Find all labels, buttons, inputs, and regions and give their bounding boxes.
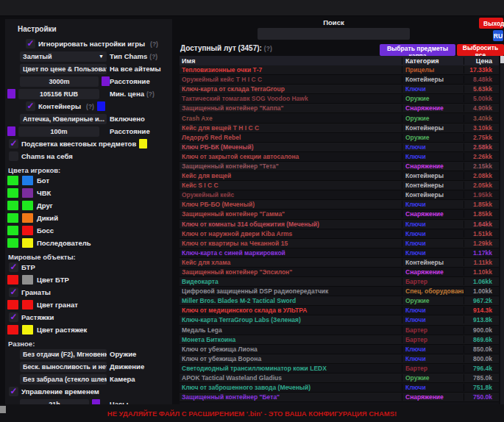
table-row[interactable]: Кейс для хлама Контейнеры 1.11kk: [180, 258, 499, 268]
color-swatch[interactable]: [22, 300, 33, 310]
table-row[interactable]: Защищенный контейнер "Бета" Снаряжение 7…: [180, 393, 499, 402]
color-swatch[interactable]: [22, 176, 33, 185]
table-row[interactable]: Монета Биткоина Бартер 869.6k: [180, 335, 499, 345]
table-scrollbar[interactable]: [500, 56, 504, 404]
table-row[interactable]: Оружейный кейс Контейнеры 1.95kk: [180, 190, 499, 200]
checkbox[interactable]: ✓: [26, 39, 35, 49]
world-objects-title: Мировые объекты:: [7, 249, 169, 261]
checkbox[interactable]: ✓: [9, 139, 18, 149]
color-picker-swatch[interactable]: [7, 126, 15, 136]
select-kappa-items-button[interactable]: Выбрать предметы каппа: [380, 44, 455, 56]
table-row[interactable]: Цифровой защищенный DSP радиопередатчик …: [180, 287, 499, 296]
color-picker-swatch[interactable]: [7, 89, 15, 99]
table-row[interactable]: Ключ РБ-БО (Меченый) Ключи 1.85kk: [180, 200, 499, 210]
item-price: 1.29kk: [464, 240, 499, 247]
color-picker-swatch[interactable]: [102, 76, 110, 86]
table-row[interactable]: Тепловизионные очки Т-7 Прицелы 17.33kk: [180, 65, 499, 75]
table-row[interactable]: Ключ РБ-БК (Меченый) Ключи 2.58kk: [180, 143, 499, 152]
table-row[interactable]: Ключ-карта с синей маркировкой Ключи 1.1…: [180, 248, 499, 258]
table-row[interactable]: Ключ от убежища Лиона Ключи 850.0k: [180, 345, 499, 354]
color-swatch[interactable]: [22, 213, 33, 223]
table-row[interactable]: Ключ от убежища Ворона Ключи 800.0k: [180, 354, 499, 364]
table-row[interactable]: Ключ от заброшенного завода (Меченый) Кл…: [180, 383, 499, 393]
color-swatch[interactable]: [7, 213, 18, 223]
color-row-label: Дикий: [37, 214, 58, 222]
color-swatch[interactable]: [7, 176, 18, 185]
color-swatch[interactable]: [22, 188, 33, 198]
checkbox[interactable]: ✓: [9, 387, 18, 396]
table-row[interactable]: Ключ от закрытой секции автосалона Ключи…: [180, 152, 499, 162]
column-header-name[interactable]: Имя: [180, 57, 402, 65]
item-category: Ключи: [402, 346, 464, 353]
checkbox[interactable]: ✓: [9, 287, 18, 297]
scrollbar-fragment[interactable]: [0, 406, 6, 413]
color-swatch[interactable]: [7, 325, 18, 335]
weapon-dropdown[interactable]: Без отдачи (F2), Мгновенное п ▼: [20, 349, 107, 360]
drop-all-button[interactable]: Выбросить все: [457, 44, 504, 56]
table-row[interactable]: Ключ от наружной двери Kiba Arms Ключи 1…: [180, 229, 499, 239]
table-row[interactable]: Защищенный контейнер "Тета" Снаряжение 2…: [180, 162, 499, 171]
column-header-price[interactable]: Цена: [464, 57, 499, 65]
color-swatch[interactable]: [22, 325, 33, 335]
included-dropdown[interactable]: Аптечка, Ювелирные и... ▼: [20, 114, 107, 124]
checkbox[interactable]: ✓: [26, 101, 35, 111]
hint-icon[interactable]: (?): [264, 45, 272, 52]
table-row[interactable]: Медаль Lega Бартер 900.0k: [180, 326, 499, 335]
table-row[interactable]: Тактический томагавк SOG Voodoo Hawk Ору…: [180, 94, 499, 104]
color-swatch[interactable]: [7, 300, 18, 310]
table-row[interactable]: Защищенный контейнер "Эпсилон" Снаряжени…: [180, 268, 499, 277]
table-row[interactable]: Оружейный кейс T H I C C Контейнеры 8.48…: [180, 75, 499, 85]
table-row[interactable]: Светодиодный трансиллюминатор кожи LEDX …: [180, 364, 499, 373]
color-swatch[interactable]: [22, 275, 33, 285]
table-row[interactable]: Защищенный контейнер "Каппа" Снаряжение …: [180, 104, 499, 113]
checkbox[interactable]: [9, 151, 18, 161]
table-row[interactable]: Ключ-карта от склада TerraGroup Ключи 5.…: [180, 85, 499, 94]
table-row[interactable]: Кейс для вещей Контейнеры 2.08kk: [180, 171, 499, 181]
color-picker-swatch[interactable]: [139, 139, 147, 149]
distance-input[interactable]: 3000m: [20, 76, 99, 87]
hint-icon[interactable]: (?): [149, 53, 157, 60]
table-row[interactable]: Ключ от квартиры на Чеканной 15 Ключи 1.…: [180, 239, 499, 248]
language-button[interactable]: RU: [493, 30, 503, 41]
item-price: 1.00kk: [464, 287, 499, 295]
table-row[interactable]: Кейс для вещей T H I C C Контейнеры 3.10…: [180, 124, 499, 133]
table-row[interactable]: Ключ от медицинского склада в УЛЬТРА Клю…: [180, 306, 499, 315]
color-swatch[interactable]: [22, 226, 33, 235]
exit-button[interactable]: Выход: [479, 18, 503, 29]
column-header-category[interactable]: Категория: [402, 57, 464, 65]
color-swatch[interactable]: [7, 238, 18, 248]
distance2-input[interactable]: 100m: [18, 126, 99, 137]
color-mode-dropdown[interactable]: Цвет по цене & Пользователь ▼: [20, 64, 107, 74]
table-row[interactable]: Ледоруб Red Rebel Оружие 2.75kk: [180, 133, 499, 143]
color-picker-swatch[interactable]: [97, 101, 105, 111]
table-row[interactable]: APOK Tactical Wasteland Gladius Оружие 7…: [180, 373, 499, 383]
table-row[interactable]: Ключ от комнаты 314 общежития (Меченый) …: [180, 220, 499, 229]
camera-dropdown[interactable]: Без забрала (стекло шлема) ▼: [20, 374, 107, 385]
checkbox[interactable]: ✓: [9, 262, 18, 272]
hint-icon[interactable]: (?): [146, 90, 155, 98]
world-object-toggle: ✓ Гранаты: [7, 286, 169, 298]
table-row[interactable]: Защищенный контейнер "Гамма" Снаряжение …: [180, 210, 499, 219]
titlebar: [0, 0, 504, 16]
hint-icon[interactable]: (?): [86, 103, 94, 110]
hint-icon[interactable]: (?): [150, 40, 158, 48]
min-price-input[interactable]: 105156 RUB: [18, 89, 99, 99]
table-row[interactable]: Кейс S I C C Контейнеры 2.05kk: [180, 181, 499, 190]
table-row[interactable]: Miller Bros. Blades M-2 Tactical Sword О…: [180, 296, 499, 306]
table-row[interactable]: Видеокарта Бартер 1.06kk: [180, 277, 499, 287]
color-swatch[interactable]: [7, 226, 18, 235]
item-category: Оружие: [402, 297, 464, 304]
color-swatch[interactable]: [7, 275, 18, 285]
color-swatch[interactable]: [7, 201, 18, 210]
scrollbar-thumb[interactable]: [500, 56, 504, 63]
color-swatch[interactable]: [22, 201, 33, 210]
world-objects-list: ✓ БТР Цвет БТР ✓ Гранаты Цвет гранат ✓ Р…: [7, 261, 169, 336]
movement-dropdown[interactable]: Беск. выносливость и нет уста ▼: [20, 362, 107, 372]
chams-type-dropdown[interactable]: Залитый ▼: [20, 51, 107, 62]
checkbox[interactable]: ✓: [9, 312, 18, 322]
table-row[interactable]: Ключ-карта TerraGroup Labs (Зеленая) Клю…: [180, 315, 499, 325]
color-swatch[interactable]: [7, 188, 18, 198]
table-row[interactable]: Crash Axe Оружие 3.40kk: [180, 113, 499, 123]
search-input[interactable]: [258, 28, 410, 40]
color-swatch[interactable]: [22, 238, 33, 248]
